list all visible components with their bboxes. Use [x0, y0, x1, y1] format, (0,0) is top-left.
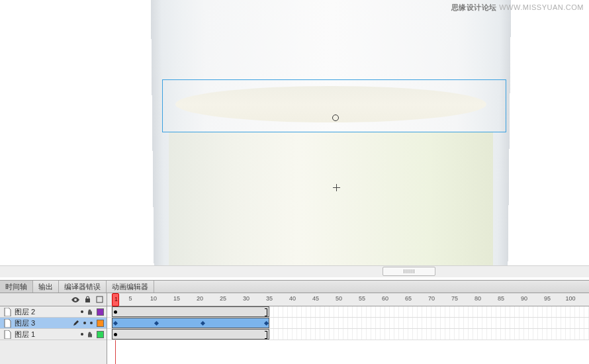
ruler-number: 20 — [197, 295, 203, 302]
layer-color-swatch[interactable] — [97, 320, 104, 327]
ruler-number: 30 — [243, 295, 249, 302]
layer-row[interactable]: 图层 2 — [0, 306, 107, 318]
layer-color-swatch[interactable] — [97, 331, 104, 338]
layer-name: 图层 3 — [15, 318, 70, 328]
visibility-dot[interactable] — [81, 310, 83, 313]
frame-span-end — [265, 308, 267, 316]
layer-color-swatch[interactable] — [97, 308, 104, 316]
frame-ruler[interactable]: 1 51015202530354045505560657075808590951… — [107, 293, 589, 306]
ruler-number: 35 — [266, 295, 273, 302]
ruler-number: 15 — [173, 295, 180, 302]
layer-row[interactable]: 图层 1 — [0, 329, 107, 340]
frames-column[interactable]: 1 51015202530354045505560657075808590951… — [107, 293, 589, 364]
ruler-number: 10 — [150, 295, 157, 302]
playhead-frame: 1 — [114, 296, 118, 302]
page-icon — [4, 308, 12, 316]
frame-span-end — [265, 331, 267, 339]
ruler-number: 50 — [336, 295, 342, 302]
ruler-number: 80 — [475, 295, 481, 302]
selection-bounding-box[interactable] — [162, 79, 506, 132]
ruler-number: 75 — [451, 295, 458, 302]
pencil-icon — [71, 318, 81, 328]
frame-row[interactable] — [107, 306, 589, 318]
ruler-number: 100 — [565, 295, 575, 302]
ruler-number: 90 — [521, 295, 527, 302]
tween-keyframe[interactable] — [201, 321, 205, 326]
ruler-number: 40 — [289, 295, 296, 302]
transform-origin-marker[interactable] — [332, 114, 339, 121]
lock-icon[interactable] — [87, 309, 93, 315]
registration-cross — [336, 184, 337, 191]
timeline-panel: 时间轴 输出 编译器错误 动画编辑器 图层 2 — [0, 280, 589, 364]
outline-icon[interactable] — [95, 295, 104, 304]
lock-icon[interactable] — [87, 332, 93, 338]
canvas-stage[interactable]: 思缘设计论坛 WWW.MISSYUAN.COM — [0, 0, 589, 280]
horizontal-scrollbar[interactable] — [0, 265, 589, 277]
tween-span[interactable] — [112, 318, 269, 328]
layers-header — [0, 293, 107, 306]
frame-span[interactable] — [112, 306, 269, 317]
tween-keyframe[interactable] — [113, 321, 118, 326]
visibility-dot[interactable] — [81, 333, 83, 336]
lock-dot[interactable] — [90, 322, 93, 324]
ruler-number: 95 — [544, 295, 551, 302]
watermark-url: WWW.MISSYUAN.COM — [499, 3, 584, 11]
page-icon — [4, 319, 12, 327]
tab-motion-editor[interactable]: 动画编辑器 — [107, 281, 154, 293]
tab-compiler-errors[interactable]: 编译器错误 — [59, 281, 107, 293]
timeline-body: 图层 2 图层 3 — [0, 293, 589, 364]
ruler-number: 45 — [312, 295, 319, 302]
tween-keyframe[interactable] — [264, 321, 269, 326]
tab-timeline[interactable]: 时间轴 — [0, 281, 33, 293]
ruler-number: 25 — [220, 295, 226, 302]
tween-keyframe[interactable] — [154, 321, 159, 326]
tab-output[interactable]: 输出 — [33, 281, 59, 293]
lock-icon[interactable] — [83, 295, 92, 304]
layer-name: 图层 1 — [15, 330, 81, 340]
frame-span[interactable] — [112, 329, 269, 340]
panel-tabs: 时间轴 输出 编译器错误 动画编辑器 — [0, 281, 589, 293]
ruler-number: 70 — [428, 295, 435, 302]
ruler-number: 85 — [498, 295, 504, 302]
liquid-body — [169, 132, 493, 271]
layer-toggles — [83, 320, 107, 327]
watermark-text: 思缘设计论坛 WWW.MISSYUAN.COM — [451, 3, 584, 13]
layers-column: 图层 2 图层 3 — [0, 293, 107, 364]
frame-row[interactable] — [107, 318, 589, 329]
scroll-thumb[interactable] — [383, 267, 435, 276]
page-icon — [4, 330, 12, 338]
eye-icon[interactable] — [71, 295, 80, 304]
layer-toggles — [81, 308, 107, 316]
layer-name: 图层 2 — [15, 307, 81, 317]
playhead[interactable]: 1 — [112, 293, 119, 306]
ruler-number: 60 — [382, 295, 388, 302]
frames-body — [107, 306, 589, 340]
ruler-number: 5 — [128, 295, 132, 302]
svg-rect-0 — [97, 296, 103, 302]
frame-row[interactable] — [107, 329, 589, 340]
keyframe[interactable] — [114, 333, 117, 336]
ruler-number: 55 — [359, 295, 365, 302]
keyframe[interactable] — [114, 310, 117, 314]
visibility-dot[interactable] — [83, 322, 86, 324]
ruler-number: 65 — [405, 295, 412, 302]
layer-row[interactable]: 图层 3 — [0, 318, 107, 329]
layer-toggles — [81, 331, 107, 338]
watermark-brand: 思缘设计论坛 — [451, 3, 497, 11]
